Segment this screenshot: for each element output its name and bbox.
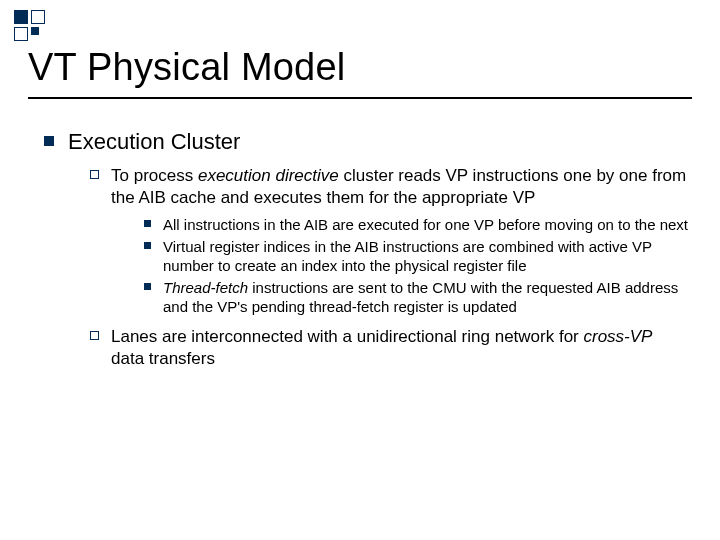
level3-text: All instructions in the AIB are executed… <box>163 215 688 234</box>
level1-text: Execution Cluster <box>68 129 240 155</box>
hollow-square-bullet-icon <box>90 331 99 340</box>
slide-body: Execution Cluster To process execution d… <box>0 99 720 370</box>
bullet-level3: Thread-fetch instructions are sent to th… <box>144 278 690 316</box>
square-bullet-icon <box>144 220 151 227</box>
hollow-square-bullet-icon <box>90 170 99 179</box>
level3-text: Thread-fetch instructions are sent to th… <box>163 278 690 316</box>
square-bullet-icon <box>144 242 151 249</box>
square-bullet-icon <box>144 283 151 290</box>
square-bullet-icon <box>44 136 54 146</box>
corner-decoration <box>14 10 28 24</box>
bullet-level1: Execution Cluster <box>44 129 690 155</box>
slide-title: VT Physical Model <box>0 0 720 97</box>
bullet-level2: Lanes are interconnected with a unidirec… <box>90 326 690 370</box>
bullet-level3: All instructions in the AIB are executed… <box>144 215 690 234</box>
level2-text: Lanes are interconnected with a unidirec… <box>111 326 690 370</box>
level3-text: Virtual register indices in the AIB inst… <box>163 237 690 275</box>
bullet-level2: To process execution directive cluster r… <box>90 165 690 209</box>
bullet-level3: Virtual register indices in the AIB inst… <box>144 237 690 275</box>
level2-text: To process execution directive cluster r… <box>111 165 690 209</box>
